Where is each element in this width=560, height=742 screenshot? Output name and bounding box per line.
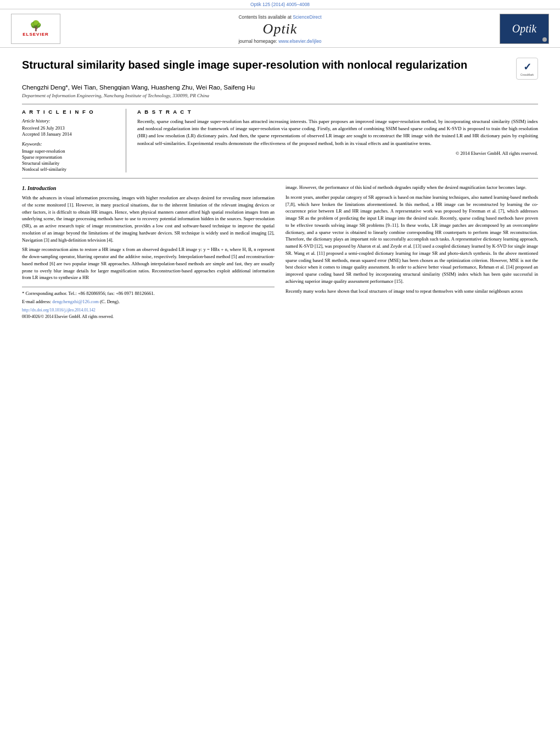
journal-header: 🌳 ELSEVIER Contents lists available at S…	[0, 9, 560, 48]
sciencedirect-link[interactable]: ScienceDirect	[293, 14, 321, 20]
optik-logo-text: Optik	[512, 23, 536, 35]
intro-col2-p1: image. However, the performance of this …	[285, 184, 538, 191]
keyword-4: Nonlocal self-similarity	[22, 166, 118, 172]
crossmark-badge: ✓ CrossMark	[516, 58, 538, 80]
authors: Chengzhi Deng*, Wei Tian, Shengqian Wang…	[22, 84, 538, 91]
keyword-1: Image super-resolution	[22, 148, 118, 154]
body-columns: 1. Introduction With the advances in vis…	[22, 184, 538, 320]
divider-1	[22, 104, 538, 104]
homepage-link[interactable]: www.elsevier.de/ijleo	[278, 38, 321, 44]
crossmark-icon: ✓	[523, 61, 531, 73]
body-col-left: 1. Introduction With the advances in vis…	[22, 184, 275, 320]
intro-para-2: SR image reconstruction aims to restore …	[22, 246, 275, 281]
article-info-abstract: A R T I C L E I N F O Article history: R…	[22, 109, 538, 172]
elsevier-tree-icon: 🌳	[30, 21, 42, 31]
intro-para-1: With the advances in visual information …	[22, 194, 275, 243]
footnote-email: E-mail address: dengchengzhi@126.com (C.…	[22, 298, 275, 305]
email-text[interactable]: dengchengzhi@126.com	[52, 299, 99, 304]
article-history-label: Article history:	[22, 118, 118, 124]
keyword-2: Sparse representation	[22, 154, 118, 160]
journal-name: Optik	[60, 21, 500, 37]
body-col-right: image. However, the performance of this …	[285, 184, 538, 320]
keyword-3: Structural similarity	[22, 160, 118, 166]
intro-col2-p3: Recently many works have shown that loca…	[285, 288, 538, 295]
abstract-column: A B S T R A C T Recently, sparse coding …	[137, 109, 538, 172]
elsevier-logo: 🌳 ELSEVIER	[11, 14, 60, 44]
doi-line: http://dx.doi.org/10.1016/j.ijleo.2014.0…	[22, 307, 275, 313]
keywords-label: Keywords:	[22, 141, 118, 147]
received-date: Received 26 July 2013	[22, 125, 118, 131]
page: Optik 125 (2014) 4005–4008 🌳 ELSEVIER Co…	[0, 0, 560, 742]
crossmark-text: CrossMark	[520, 73, 534, 76]
footnote-area: * Corresponding author. Tel.: +86 820869…	[22, 287, 275, 320]
header-center: Contents lists available at ScienceDirec…	[60, 14, 500, 44]
copyright: © 2014 Elsevier GmbH. All rights reserve…	[137, 150, 538, 156]
doi-link[interactable]: http://dx.doi.org/10.1016/j.ijleo.2014.0…	[22, 308, 96, 313]
abstract-title: A B S T R A C T	[137, 109, 538, 115]
article-title-area: Structural similarity based single image…	[22, 58, 538, 80]
article-title: Structural similarity based single image…	[22, 58, 516, 72]
main-content: Structural similarity based single image…	[0, 48, 560, 328]
homepage-line: journal homepage: www.elsevier.de/ijleo	[60, 38, 500, 44]
footnote-corresponding: * Corresponding author. Tel.: +86 820869…	[22, 290, 275, 297]
contents-line: Contents lists available at ScienceDirec…	[60, 14, 500, 20]
intro-heading: 1. Introduction	[22, 184, 275, 192]
elsevier-text: ELSEVIER	[23, 32, 49, 37]
issn-line: 0030-4026/© 2014 Elsevier GmbH. All righ…	[22, 314, 275, 320]
abstract-text: Recently, sparse coding based image supe…	[137, 118, 538, 147]
keywords-section: Keywords: Image super-resolution Sparse …	[22, 141, 118, 172]
intro-col2-p2: In recent years, another popular categor…	[285, 194, 538, 285]
accepted-date: Accepted 18 January 2014	[22, 131, 118, 137]
article-info-column: A R T I C L E I N F O Article history: R…	[22, 109, 126, 172]
volume-text: Optik 125 (2014) 4005–4008	[250, 2, 310, 7]
article-info-title: A R T I C L E I N F O	[22, 109, 118, 115]
affiliation: Department of Information Engineering, N…	[22, 93, 538, 98]
divider-2	[22, 178, 538, 178]
volume-line: Optik 125 (2014) 4005–4008	[0, 0, 560, 9]
optik-logo: Optik	[500, 14, 549, 44]
